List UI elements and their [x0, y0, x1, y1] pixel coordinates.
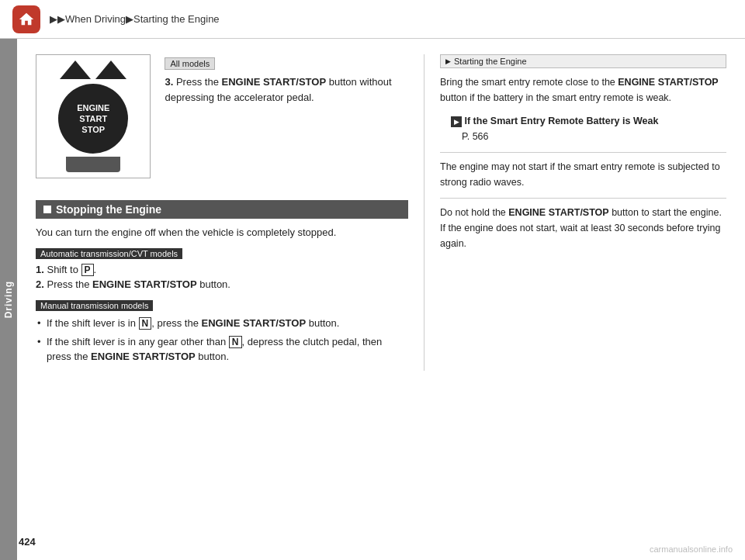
auto-step1-boxed: P — [81, 264, 94, 276]
manual-bullets: If the shift lever is in N, press the EN… — [36, 316, 408, 365]
manual-bullet1: If the shift lever is in N, press the EN… — [36, 316, 408, 331]
stopping-header: Stopping the Engine — [36, 200, 408, 219]
all-models-badge: All models — [165, 57, 215, 70]
breadcrumb: ▶▶When Driving▶Starting the Engine — [50, 13, 220, 25]
auto-step1-num: 1. — [36, 264, 44, 275]
header: ▶▶When Driving▶Starting the Engine — [0, 0, 745, 39]
content-columns: ENGINE START STOP All models 3. Press th… — [36, 54, 726, 371]
note3-bold: ENGINE START/STOP — [508, 207, 608, 218]
home-icon[interactable] — [12, 5, 40, 33]
b1-bold: ENGINE START/STOP — [201, 317, 306, 329]
step3-container: All models 3. Press the ENGINE START/STO… — [165, 54, 408, 189]
sidebar-label: Driving — [3, 281, 14, 318]
manual-bullet2: If the shift lever is in any gear other … — [36, 334, 408, 365]
b2-boxed: N — [229, 336, 242, 348]
auto-step2-num: 2. — [36, 278, 44, 290]
note1-bold: ENGINE START/STOP — [618, 77, 718, 88]
engine-btn-line1: ENGINE — [77, 102, 109, 113]
b1-boxed: N — [139, 317, 152, 330]
auto-step2: 2. Press the ENGINE START/STOP button. — [36, 278, 408, 290]
triangles-top — [60, 60, 126, 79]
engine-btn-visual: ENGINE START STOP — [58, 60, 128, 172]
manual-badge: Manual transmission models — [36, 300, 153, 311]
arrow-ref-icon: ▶ — [451, 116, 462, 127]
right-col: Starting the Engine Bring the smart entr… — [424, 54, 726, 371]
step3-text: 3. Press the ENGINE START/STOP button wi… — [165, 74, 408, 105]
auto-badge: Automatic transmission/CVT models — [36, 248, 182, 259]
note1-pre: Bring the smart entry remote close to th… — [440, 77, 618, 88]
engine-btn-line2: START — [79, 113, 107, 124]
engine-illustration: ENGINE START STOP — [36, 54, 151, 178]
right-ref: ▶ If the Smart Entry Remote Battery is W… — [440, 113, 726, 144]
b1-pre: If the shift lever is in — [47, 317, 139, 329]
stop-desc: You can turn the engine off when the veh… — [36, 226, 408, 238]
note1-post: button if the battery in the smart entry… — [440, 92, 671, 103]
note3-pre: Do not hold the — [440, 207, 508, 218]
auto-step1-pre: Shift to — [47, 264, 81, 275]
ref-label: If the Smart Entry Remote Battery is Wea… — [464, 116, 658, 126]
right-divider2 — [440, 198, 726, 199]
right-divider1 — [440, 152, 726, 153]
engine-btn-oval: ENGINE START STOP — [58, 84, 128, 154]
left-col: ENGINE START STOP All models 3. Press th… — [36, 54, 408, 371]
btn-base — [66, 157, 120, 172]
auto-step1-post: . — [94, 264, 97, 275]
right-note2: The engine may not start if the smart en… — [440, 159, 726, 190]
step3-pre: Press the — [176, 76, 222, 88]
page-body: Driving ENGINE S — [0, 39, 745, 560]
step3-num: 3. — [165, 76, 173, 88]
home-svg — [18, 11, 35, 28]
b2-post: button. — [196, 351, 229, 362]
main-content: ENGINE START STOP All models 3. Press th… — [17, 39, 745, 560]
right-note3: Do not hold the ENGINE START/STOP button… — [440, 205, 726, 251]
engine-btn-line3: STOP — [81, 124, 105, 135]
triangle-left — [60, 60, 91, 79]
page-number: 424 — [19, 536, 36, 548]
right-section-title: Starting the Engine — [440, 54, 726, 68]
step3-bold: ENGINE START/STOP — [221, 76, 326, 88]
b1-mid: , press the — [151, 317, 201, 329]
ref-page: P. 566 — [451, 131, 489, 142]
triangle-right — [95, 60, 126, 79]
top-row: ENGINE START STOP All models 3. Press th… — [36, 54, 408, 189]
stopping-header-label: Stopping the Engine — [56, 203, 161, 216]
b2-pre: If the shift lever is in any gear other … — [47, 336, 229, 347]
watermark: carmanualsonline.info — [650, 544, 733, 554]
auto-step2-bold: ENGINE START/STOP — [92, 278, 197, 290]
b1-post: button. — [306, 317, 339, 329]
right-note1: Bring the smart entry remote close to th… — [440, 74, 726, 105]
auto-step2-post: button. — [197, 278, 230, 290]
sidebar-driving: Driving — [0, 39, 17, 560]
auto-step1: 1. Shift to P. — [36, 264, 408, 275]
auto-step2-pre: Press the — [47, 278, 92, 290]
b2-bold: ENGINE START/STOP — [91, 351, 196, 362]
